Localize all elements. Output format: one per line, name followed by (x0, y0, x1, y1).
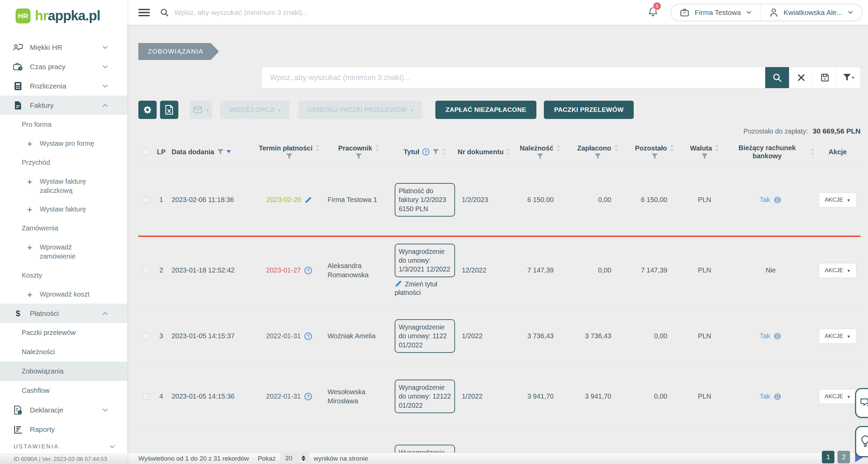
sidebar-section-przychód[interactable]: Przychód (0, 153, 127, 172)
question-icon[interactable]: ? (304, 392, 312, 401)
account-preview-link[interactable]: Tak (760, 332, 782, 340)
sidebar-item-płatności[interactable]: $Płatności (0, 304, 127, 323)
sidebar-action-label: Wystaw fakturę zaliczkową (40, 177, 104, 195)
save-filter-button[interactable] (813, 67, 836, 88)
menu-toggle-icon[interactable] (138, 7, 150, 18)
sidebar-item-zobowiązania[interactable]: Zobowiązania (0, 362, 127, 381)
filter-menu-button[interactable] (836, 67, 860, 88)
row-checkbox[interactable] (143, 333, 149, 339)
search-submit-button[interactable] (765, 67, 789, 88)
document-number-cell: 1/2/2023 (457, 195, 511, 205)
sort-icon (670, 144, 674, 152)
report-icon (13, 425, 23, 434)
sidebar-item-rozliczenia[interactable]: Rozliczenia (0, 76, 127, 96)
page-size-select[interactable]: 20 (280, 453, 309, 463)
column-header-bieżący-rachunek-bankowy[interactable]: Bieżący rachunek bankowy (727, 144, 815, 160)
pay-unpaid-button[interactable]: ZAPŁAĆ NIEZAPŁACONE (435, 101, 536, 119)
column-header-akcje[interactable]: Akcje (815, 148, 861, 156)
select-all-checkbox[interactable] (143, 149, 149, 155)
notifications-button[interactable]: 5 (648, 6, 658, 19)
question-icon[interactable]: ? (304, 332, 312, 340)
funnel-icon (355, 153, 362, 159)
sidebar-action-wprowadź-koszt[interactable]: +Wprowadź koszt (0, 285, 127, 304)
page-size-value: 20 (285, 455, 301, 462)
hints-button[interactable] (855, 426, 868, 457)
sidebar-item-cashflow[interactable]: Cashflow (0, 381, 127, 400)
column-header-należność[interactable]: Należność (511, 144, 569, 159)
sidebar-section-zamówienia[interactable]: Zamówienia (0, 219, 127, 238)
actions-cell: AKCJE▼ (815, 327, 861, 345)
column-header-tytuł[interactable]: Tytuł? (393, 148, 457, 156)
actions-cell: AKCJE▼ (815, 388, 861, 405)
transfer-packages-button[interactable]: PACZKI PRZELEWÓW (544, 101, 634, 119)
account-preview-link[interactable]: Tak (760, 196, 782, 204)
row-actions-button[interactable]: AKCJE▼ (819, 193, 856, 207)
column-header-nr-dokumentu[interactable]: Nr dokumentu (457, 148, 511, 156)
export-excel-button[interactable] (160, 101, 178, 119)
sidebar-item-należności[interactable]: Należności (0, 342, 127, 362)
briefcase-icon (680, 8, 689, 17)
plus-icon: + (27, 139, 32, 148)
sidebar-section-pro-forma[interactable]: Pro forma (0, 115, 127, 134)
sidebar-action-label: Wprowadź koszt (40, 290, 90, 299)
settings-button[interactable] (138, 101, 157, 119)
row-checkbox[interactable] (143, 394, 149, 400)
global-search-input[interactable] (174, 8, 412, 17)
pencil-icon[interactable] (304, 196, 312, 204)
user-menu[interactable]: Kwiatkowska Ale... (761, 8, 862, 17)
payment-title-box[interactable]: Wynagrodzenie do umowy: 1122 01/2022 (395, 319, 455, 353)
clear-search-button[interactable] (789, 67, 813, 88)
sidebar-item-czas-pracy[interactable]: Czas pracy (0, 57, 127, 76)
table-row: 22023-01-18 12:52:422023-01-27?Aleksandr… (138, 235, 861, 306)
payment-title-box[interactable]: Płatność do faktury 1/2/2023 6150 PLN (395, 183, 455, 217)
sidebar-action-wprowadź-zamówienie[interactable]: +Wprowadź zamówienie (0, 238, 127, 266)
page-button-1[interactable]: 1 (822, 451, 834, 463)
email-button[interactable]: ▾ (190, 101, 212, 119)
column-header-waluta[interactable]: Waluta (683, 144, 727, 159)
app-logo[interactable]: HR hrappka.pl (0, 0, 127, 23)
company-selector[interactable]: Firma Testowa (671, 8, 760, 17)
sidebar-item-paczki-przelewów[interactable]: Paczki przelewów (0, 323, 127, 342)
sidebar-item-ustawienia[interactable]: USTAWIENIA (0, 440, 127, 454)
amount-remaining-cell: 6 150,00 (627, 195, 683, 205)
column-label: Nr dokumentu (458, 148, 504, 156)
sidebar-action-wystaw-pro-formę[interactable]: +Wystaw pro formę (0, 134, 127, 153)
sidebar-item-faktury[interactable]: Faktury (0, 96, 127, 115)
column-header-zapłacono[interactable]: Zapłacono (569, 144, 627, 159)
title-cell: Wynagrodzenie do umowy: 1122 01/2022 (393, 318, 457, 354)
sidebar-action-wystaw-fakturę[interactable]: +Wystaw fakturę (0, 200, 127, 219)
sidebar-action-wystaw-fakturę-zaliczkową[interactable]: +Wystaw fakturę zaliczkową (0, 172, 127, 200)
plus-icon: + (27, 243, 32, 252)
column-header-pozostało[interactable]: Pozostało (627, 144, 683, 159)
column-header-data-dodania[interactable]: Data dodania (169, 148, 254, 156)
row-actions-button[interactable]: AKCJE▼ (819, 263, 856, 278)
payment-title-box[interactable]: Wynagrodzenie do umowy: 12122 01/2022 (395, 380, 455, 413)
caret-down-icon: ▾ (411, 107, 413, 113)
more-options-button[interactable]: WIĘCEJ OPCJI▾ (220, 101, 290, 119)
row-actions-button[interactable]: AKCJE▼ (819, 329, 856, 344)
soft-hr-icon (13, 43, 23, 52)
column-header-pracownik[interactable]: Pracownik (325, 144, 393, 159)
column-header-termin-płatności[interactable]: Termin płatności (254, 144, 325, 159)
sidebar-section-koszty[interactable]: Koszty (0, 266, 127, 285)
actions-cell: AKCJE▼ (815, 262, 861, 279)
column-header-lp[interactable]: LP (154, 148, 169, 156)
payment-title-box[interactable]: Wynagrodzenie do umowy: 1/3/2021 12/2022 (395, 244, 455, 277)
chat-button[interactable] (855, 388, 868, 418)
question-icon[interactable]: ? (304, 266, 312, 275)
sidebar-item-miękki-hr[interactable]: Miękki HR (0, 38, 127, 57)
list-search-input[interactable] (261, 67, 765, 88)
invoice-icon (13, 101, 23, 110)
change-title-link[interactable]: Zmień tytuł płatności (395, 280, 455, 297)
column-label: Pozostało (635, 144, 667, 152)
account-preview-link[interactable]: Tak (760, 392, 782, 400)
sidebar-item-raporty[interactable]: Raporty (0, 420, 127, 439)
lp-cell: 2 (154, 265, 169, 276)
row-checkbox[interactable] (143, 267, 149, 274)
row-actions-button[interactable]: AKCJE▼ (819, 389, 856, 404)
page-button-2[interactable]: 2 (837, 451, 850, 463)
generate-packages-button[interactable]: GENERUJ PACZKI PRZELEWÓW▾ (298, 101, 422, 119)
sidebar-item-deklaracje[interactable]: iDeklaracje (0, 400, 127, 420)
sidebar-item-label: Faktury (30, 101, 100, 109)
row-checkbox[interactable] (143, 197, 149, 203)
